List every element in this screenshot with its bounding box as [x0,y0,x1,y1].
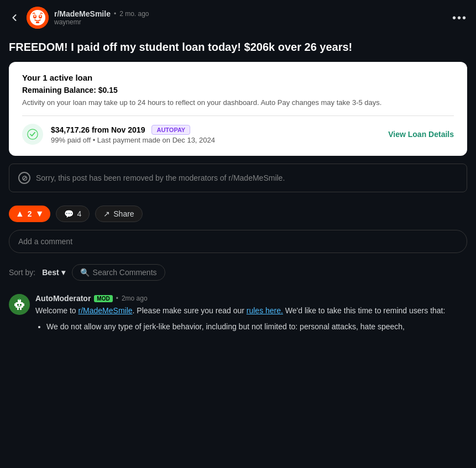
removed-text: Sorry, this post has been removed by the… [36,173,285,182]
comment-item: AutoModerator MOD • 2mo ago Welcome to r… [9,288,467,335]
share-icon: ↗ [103,209,110,218]
comment-bullet-list: We do not allow any type of jerk-like be… [35,321,467,333]
comment-avatar [9,294,30,315]
add-comment-field[interactable]: Add a comment [9,230,467,253]
svg-point-12 [19,299,20,301]
comment-icon: 💬 [64,209,74,218]
comment-time: 2mo ago [122,295,148,302]
search-comments-label: Search Comments [93,268,157,277]
add-comment-placeholder: Add a comment [18,237,72,246]
svg-point-4 [34,15,36,17]
svg-rect-6 [36,22,39,23]
search-comments-button[interactable]: 🔍 Search Comments [72,264,165,281]
loan-amount: $34,717.26 from Nov 2019 [51,125,145,134]
comment-button[interactable]: 💬 4 [56,206,90,222]
loan-card: Your 1 active loan Remaining Balance: $0… [9,62,467,156]
loan-balance: Remaining Balance: $0.15 [22,86,454,94]
loan-status: 99% paid off • Last payment made on Dec … [51,136,215,144]
svg-rect-13 [14,303,15,306]
svg-rect-16 [20,308,22,310]
sort-select-button[interactable]: Best ▾ [42,268,65,277]
more-options-button[interactable]: ••• [452,12,467,24]
comment-count: 4 [77,209,81,218]
svg-point-5 [40,15,41,17]
upvote-icon: ▲ [15,209,24,219]
comment-header: AutoModerator MOD • 2mo ago [35,294,467,303]
comment-author[interactable]: AutoModerator [35,294,91,303]
comment-intro: Welcome to [35,306,79,315]
autopay-badge: AUTOPAY [151,125,190,135]
loan-notice: Activity on your loan may take up to 24 … [22,98,454,108]
removed-icon: ⊘ [18,172,30,184]
comment-end: We'd like to take this time to remind us… [283,306,445,315]
svg-rect-9 [17,304,19,306]
subreddit-link[interactable]: r/MadeMeSmile [79,306,133,315]
vote-count: 2 [28,209,32,218]
removed-notice: ⊘ Sorry, this post has been removed by t… [9,164,467,192]
comment-body: Welcome to r/MadeMeSmile. Please make su… [35,305,467,333]
comment-section: AutoModerator MOD • 2mo ago Welcome to r… [0,288,476,335]
comment-mid: . Please make sure you read our [133,306,247,315]
loan-row: $34,717.26 from Nov 2019 AUTOPAY 99% pai… [22,124,454,145]
downvote-icon: ▼ [35,209,44,219]
sort-search-row: Sort by: Best ▾ 🔍 Search Comments [0,260,476,288]
loan-card-title: Your 1 active loan [22,73,454,82]
loan-divider [22,115,454,116]
sort-chevron-icon: ▾ [61,268,65,277]
svg-rect-15 [17,308,19,310]
subreddit-avatar [27,7,49,29]
post-username: waynemr [54,18,149,26]
check-circle-icon [22,124,43,145]
post-header: r/MadeMeSmile • 2 mo. ago waynemr ••• [0,0,476,35]
svg-rect-14 [23,303,24,306]
svg-rect-10 [20,304,22,306]
subreddit-name[interactable]: r/MadeMeSmile [54,9,111,18]
vote-button[interactable]: ▲ 2 ▼ [9,206,50,222]
share-label: Share [113,209,134,218]
svg-point-7 [28,129,38,139]
mod-badge: MOD [94,295,112,302]
comment-content: AutoModerator MOD • 2mo ago Welcome to r… [35,294,467,335]
post-time: 2 mo. ago [119,10,149,18]
post-meta: r/MadeMeSmile • 2 mo. ago waynemr [54,9,149,26]
action-bar: ▲ 2 ▼ 💬 4 ↗ Share [0,200,476,230]
comment-bullet-1: We do not allow any type of jerk-like be… [46,321,467,333]
post-title: FREEDOM! I paid off my student loan toda… [0,35,476,62]
search-icon: 🔍 [80,268,90,277]
loan-row-left: $34,717.26 from Nov 2019 AUTOPAY 99% pai… [22,124,215,145]
rules-link[interactable]: rules here. [247,306,283,315]
share-button[interactable]: ↗ Share [95,206,142,222]
loan-info: $34,717.26 from Nov 2019 AUTOPAY 99% pai… [51,125,215,144]
back-button[interactable] [9,12,20,23]
sort-label: Sort by: [9,268,35,277]
view-loan-details-button[interactable]: View Loan Details [388,130,454,139]
sort-value: Best [42,268,59,277]
